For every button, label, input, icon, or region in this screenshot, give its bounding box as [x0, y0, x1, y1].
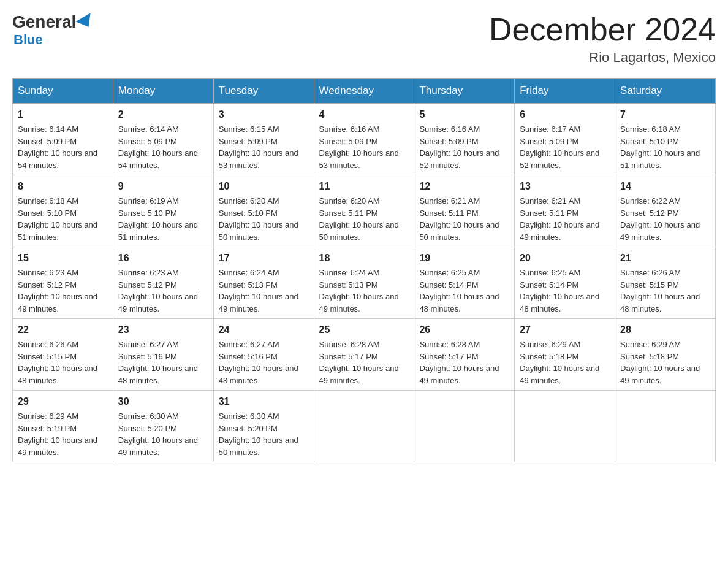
daylight-text: Daylight: 10 hours and 53 minutes. — [319, 148, 399, 170]
day-number: 28 — [620, 323, 710, 337]
daylight-text: Daylight: 10 hours and 49 minutes. — [419, 364, 499, 385]
daylight-text: Daylight: 10 hours and 48 minutes. — [419, 292, 499, 313]
day-number: 2 — [118, 107, 208, 122]
sunrise-text: Sunrise: 6:15 AM — [219, 124, 279, 134]
sunset-text: Sunset: 5:12 PM — [18, 280, 77, 289]
day-number: 22 — [18, 323, 108, 337]
header-tuesday: Tuesday — [213, 79, 314, 104]
sunrise-text: Sunrise: 6:29 AM — [520, 340, 580, 349]
logo-general-text: General — [12, 12, 76, 32]
daylight-text: Daylight: 10 hours and 50 minutes. — [419, 220, 499, 242]
sunrise-text: Sunrise: 6:26 AM — [18, 340, 78, 349]
sunset-text: Sunset: 5:20 PM — [219, 424, 278, 433]
day-number: 5 — [419, 107, 509, 122]
day-number: 13 — [520, 179, 610, 194]
calendar-cell: 25 Sunrise: 6:28 AM Sunset: 5:17 PM Dayl… — [314, 319, 414, 391]
sunset-text: Sunset: 5:09 PM — [18, 137, 77, 146]
sunset-text: Sunset: 5:12 PM — [118, 280, 177, 289]
day-number: 18 — [319, 251, 409, 266]
sunrise-text: Sunrise: 6:18 AM — [18, 196, 78, 205]
calendar-cell: 10 Sunrise: 6:20 AM Sunset: 5:10 PM Dayl… — [213, 175, 314, 247]
calendar-cell: 8 Sunrise: 6:18 AM Sunset: 5:10 PM Dayli… — [13, 175, 113, 247]
day-number: 25 — [319, 323, 409, 337]
sunset-text: Sunset: 5:17 PM — [319, 352, 378, 361]
sunrise-text: Sunrise: 6:16 AM — [319, 124, 380, 134]
day-number: 4 — [319, 107, 409, 122]
sunrise-text: Sunrise: 6:29 AM — [620, 340, 681, 349]
sunrise-text: Sunrise: 6:28 AM — [419, 340, 480, 349]
daylight-text: Daylight: 10 hours and 50 minutes. — [219, 435, 298, 457]
month-title: December 2024 — [489, 12, 716, 47]
daylight-text: Daylight: 10 hours and 49 minutes. — [118, 292, 198, 313]
sunset-text: Sunset: 5:11 PM — [419, 209, 478, 218]
sunrise-text: Sunrise: 6:24 AM — [219, 268, 279, 277]
sunset-text: Sunset: 5:13 PM — [219, 280, 278, 289]
calendar-cell: 9 Sunrise: 6:19 AM Sunset: 5:10 PM Dayli… — [113, 175, 213, 247]
calendar-cell: 24 Sunrise: 6:27 AM Sunset: 5:16 PM Dayl… — [213, 319, 314, 391]
daylight-text: Daylight: 10 hours and 51 minutes. — [18, 220, 97, 242]
day-number: 23 — [118, 323, 208, 337]
daylight-text: Daylight: 10 hours and 49 minutes. — [319, 292, 399, 313]
sunrise-text: Sunrise: 6:22 AM — [620, 196, 681, 205]
calendar-cell: 19 Sunrise: 6:25 AM Sunset: 5:14 PM Dayl… — [414, 247, 515, 319]
sunrise-text: Sunrise: 6:23 AM — [118, 268, 179, 277]
header-thursday: Thursday — [414, 79, 515, 104]
daylight-text: Daylight: 10 hours and 54 minutes. — [18, 148, 97, 170]
sunrise-text: Sunrise: 6:19 AM — [118, 196, 179, 205]
sunset-text: Sunset: 5:11 PM — [319, 209, 378, 218]
week-row-1: 1 Sunrise: 6:14 AM Sunset: 5:09 PM Dayli… — [13, 104, 716, 175]
sunrise-text: Sunrise: 6:28 AM — [319, 340, 380, 349]
sunset-text: Sunset: 5:16 PM — [219, 352, 278, 361]
daylight-text: Daylight: 10 hours and 51 minutes. — [118, 220, 198, 242]
calendar-cell — [515, 391, 615, 462]
sunset-text: Sunset: 5:15 PM — [18, 352, 77, 361]
daylight-text: Daylight: 10 hours and 49 minutes. — [18, 435, 97, 457]
sunset-text: Sunset: 5:10 PM — [118, 209, 177, 218]
sunset-text: Sunset: 5:11 PM — [520, 209, 578, 218]
calendar-cell: 1 Sunrise: 6:14 AM Sunset: 5:09 PM Dayli… — [13, 104, 113, 175]
day-number: 3 — [219, 107, 309, 122]
calendar-cell: 22 Sunrise: 6:26 AM Sunset: 5:15 PM Dayl… — [13, 319, 113, 391]
day-number: 6 — [520, 107, 610, 122]
sunrise-text: Sunrise: 6:30 AM — [219, 412, 279, 421]
sunset-text: Sunset: 5:18 PM — [520, 352, 578, 361]
sunrise-text: Sunrise: 6:24 AM — [319, 268, 380, 277]
calendar-cell: 27 Sunrise: 6:29 AM Sunset: 5:18 PM Dayl… — [515, 319, 615, 391]
calendar-cell: 7 Sunrise: 6:18 AM Sunset: 5:10 PM Dayli… — [615, 104, 716, 175]
calendar-cell: 23 Sunrise: 6:27 AM Sunset: 5:16 PM Dayl… — [113, 319, 213, 391]
calendar-cell: 28 Sunrise: 6:29 AM Sunset: 5:18 PM Dayl… — [615, 319, 716, 391]
daylight-text: Daylight: 10 hours and 52 minutes. — [520, 148, 599, 170]
sunrise-text: Sunrise: 6:29 AM — [18, 412, 78, 421]
calendar-cell: 4 Sunrise: 6:16 AM Sunset: 5:09 PM Dayli… — [314, 104, 414, 175]
calendar-cell: 13 Sunrise: 6:21 AM Sunset: 5:11 PM Dayl… — [515, 175, 615, 247]
sunset-text: Sunset: 5:09 PM — [219, 137, 278, 146]
daylight-text: Daylight: 10 hours and 48 minutes. — [219, 364, 298, 385]
sunrise-text: Sunrise: 6:21 AM — [419, 196, 480, 205]
sunset-text: Sunset: 5:15 PM — [620, 280, 679, 289]
day-number: 31 — [219, 394, 309, 409]
calendar-cell: 29 Sunrise: 6:29 AM Sunset: 5:19 PM Dayl… — [13, 391, 113, 462]
daylight-text: Daylight: 10 hours and 49 minutes. — [319, 364, 399, 385]
sunrise-text: Sunrise: 6:27 AM — [219, 340, 279, 349]
sunset-text: Sunset: 5:10 PM — [18, 209, 77, 218]
day-number: 7 — [620, 107, 710, 122]
calendar-cell: 5 Sunrise: 6:16 AM Sunset: 5:09 PM Dayli… — [414, 104, 515, 175]
calendar-cell: 12 Sunrise: 6:21 AM Sunset: 5:11 PM Dayl… — [414, 175, 515, 247]
header-friday: Friday — [515, 79, 615, 104]
daylight-text: Daylight: 10 hours and 54 minutes. — [118, 148, 198, 170]
title-block: December 2024 Rio Lagartos, Mexico — [489, 12, 716, 66]
week-row-5: 29 Sunrise: 6:29 AM Sunset: 5:19 PM Dayl… — [13, 391, 716, 462]
sunset-text: Sunset: 5:12 PM — [620, 209, 679, 218]
daylight-text: Daylight: 10 hours and 50 minutes. — [219, 220, 298, 242]
day-number: 15 — [18, 251, 108, 266]
daylight-text: Daylight: 10 hours and 49 minutes. — [118, 435, 198, 457]
sunrise-text: Sunrise: 6:18 AM — [620, 124, 681, 134]
daylight-text: Daylight: 10 hours and 49 minutes. — [219, 292, 298, 313]
sunset-text: Sunset: 5:09 PM — [520, 137, 578, 146]
calendar-table: Sunday Monday Tuesday Wednesday Thursday… — [12, 78, 716, 462]
logo-blue-text: Blue — [13, 32, 43, 48]
daylight-text: Daylight: 10 hours and 51 minutes. — [620, 148, 700, 170]
daylight-text: Daylight: 10 hours and 48 minutes. — [118, 364, 198, 385]
calendar-cell — [414, 391, 515, 462]
sunrise-text: Sunrise: 6:16 AM — [419, 124, 480, 134]
